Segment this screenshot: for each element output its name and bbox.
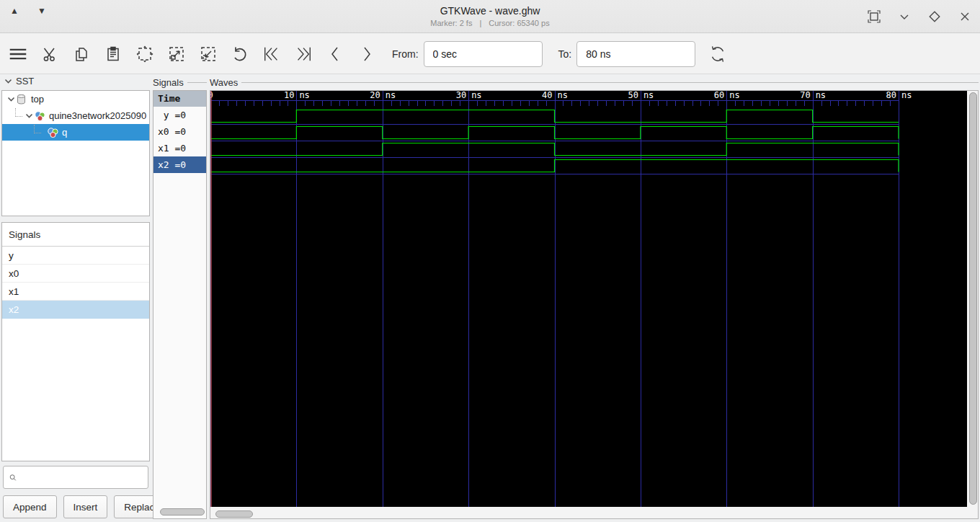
svg-text:80: 80 [886,91,896,100]
module-icon [16,94,28,105]
shade-down-icon[interactable]: ▼ [35,6,49,16]
to-end-icon[interactable] [294,45,313,63]
from-input[interactable] [424,41,543,67]
tree-item-quine3network[interactable]: quine3network2025090 [2,107,149,124]
menu-icon[interactable] [9,45,27,63]
tree-item-label: q [62,127,67,138]
cursor-status: Cursor: 65340 ps [489,19,549,27]
maximize-icon[interactable] [925,7,944,26]
zoom-out-icon[interactable] [199,45,218,63]
to-input[interactable] [576,41,695,67]
undo-icon[interactable] [231,45,249,63]
signal-browser: Signals y x0 x1 x2 [1,222,150,461]
shade-up-icon[interactable]: ▲ [7,6,22,16]
marker-cursor-status: Marker: 2 fs|Cursor: 65340 ps [0,19,980,27]
frame-line [187,82,207,83]
tree-connector [34,125,41,133]
status-separator: | [479,19,481,27]
waves-frame-label: Waves [210,77,979,88]
list-item[interactable]: x1 [2,283,149,301]
svg-text:ns: ns [386,91,396,100]
zoom-window-icon[interactable] [865,7,883,26]
signal-browser-header[interactable]: Signals [2,223,149,247]
scrollbar-thumb[interactable] [969,92,977,505]
to-label: To: [558,48,572,60]
svg-text:ns: ns [471,91,481,100]
insert-button[interactable]: Insert [63,495,108,518]
svg-text:30: 30 [456,91,466,100]
signal-value-row[interactable]: x1 =0 [153,140,206,156]
svg-text:20: 20 [370,91,380,100]
svg-text:ns: ns [299,91,309,100]
signals-frame-text: Signals [153,77,184,88]
paste-icon[interactable] [104,45,122,63]
component-icon [34,110,46,122]
signals-panel: Time y =0 x0 =0 x1 =0 x2 =0 [153,90,207,519]
list-item[interactable]: x0 [2,265,149,283]
wave-vscrollbar [968,91,979,507]
from-label: From: [392,48,419,60]
signals-hscrollbar [153,508,206,516]
zoom-in-icon[interactable] [167,45,186,63]
zoom-fit-icon[interactable] [135,45,154,63]
svg-text:ns: ns [901,91,912,100]
tree-item-q[interactable]: q [2,124,149,141]
append-button[interactable]: Append [3,495,57,518]
tree-item-top[interactable]: top [2,91,149,107]
cut-icon[interactable] [40,45,59,63]
svg-text:50: 50 [628,91,638,100]
step-left-icon[interactable] [326,45,344,63]
signals-frame-label: Signals [153,77,207,88]
svg-text:ns: ns [643,91,654,100]
svg-text:60: 60 [714,91,724,100]
marker-status: Marker: 2 fs [430,19,472,27]
chevron-down-icon [3,76,13,87]
search-input[interactable] [17,466,148,488]
tree-connector [15,108,22,117]
wave-hscrollbar [210,509,978,519]
to-start-icon[interactable] [262,45,281,63]
svg-text:ns: ns [558,91,568,100]
tree-item-label: quine3network2025090 [49,110,146,121]
toolbar: From: To: [0,34,980,74]
svg-text:ns: ns [816,91,826,100]
sst-tree: top quine3network2025090 q [1,90,150,216]
step-right-icon[interactable] [357,45,376,63]
svg-text:70: 70 [800,91,810,100]
sst-expander[interactable]: SST [3,76,34,87]
list-item[interactable]: y [2,247,149,265]
signal-search [3,466,148,489]
wave-canvas-wrap: 010ns20ns30ns40ns50ns60ns70ns80ns [210,91,967,507]
minimize-icon[interactable] [895,7,914,26]
svg-text:ns: ns [729,91,739,100]
signal-value-row[interactable]: x0 =0 [153,123,206,140]
time-header[interactable]: Time [153,91,206,107]
copy-icon[interactable] [72,45,91,63]
signal-value-row[interactable]: x2 =0 [153,156,206,173]
svg-text:40: 40 [542,91,552,100]
search-icon [9,472,17,483]
list-item[interactable]: x2 [2,301,149,319]
waves-frame-text: Waves [210,77,238,88]
window-title: GTKWave - wave.ghw [0,5,980,17]
signal-value-row[interactable]: y =0 [153,107,206,123]
svg-text:10: 10 [284,91,294,100]
tree-item-label: top [31,94,44,105]
wave-panel: 010ns20ns30ns40ns50ns60ns70ns80ns [210,90,979,519]
close-icon[interactable] [956,7,974,26]
scrollbar-thumb[interactable] [160,508,205,516]
scrollbar-thumb[interactable] [215,510,253,518]
chevron-down-icon[interactable] [6,94,16,105]
reload-icon[interactable] [708,45,727,63]
wave-canvas[interactable]: 010ns20ns30ns40ns50ns60ns70ns80ns [210,91,967,507]
sst-label: SST [16,76,34,87]
component-icon [47,127,59,138]
gtkwave-window: ▲ ▼ GTKWave - wave.ghw Marker: 2 fs|Curs… [0,0,980,522]
titlebar: ▲ ▼ GTKWave - wave.ghw Marker: 2 fs|Curs… [0,0,980,33]
chevron-down-icon[interactable] [24,111,34,121]
frame-line [241,82,979,83]
